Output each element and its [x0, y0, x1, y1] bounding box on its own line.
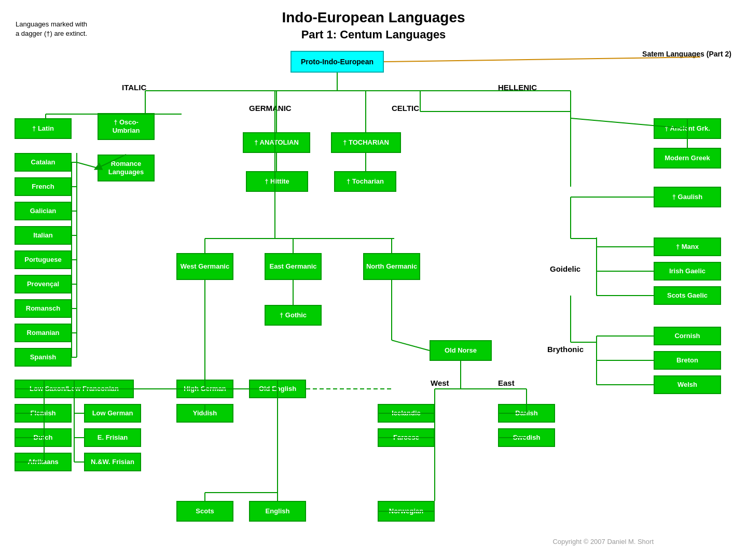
box-hittite: † Hittite [246, 171, 308, 192]
label-germanic: GERMANIC [249, 104, 292, 113]
box-tocharian: † Tocharian [334, 171, 396, 192]
box-osco: † Osco- Umbrian [98, 113, 155, 140]
box-gothic: † Gothic [265, 305, 322, 326]
box-scots-gaelic: Scots Gaelic [654, 286, 721, 305]
box-east-germ: East Germanic [265, 253, 322, 280]
label-west: West [431, 379, 449, 387]
box-romansch: Romansch [15, 299, 72, 318]
box-italian: Italian [15, 226, 72, 245]
label-italic: ITALIC [122, 83, 146, 92]
box-french: French [15, 177, 72, 196]
label-celtic: CELTIC [392, 104, 419, 113]
box-west-germ: West Germanic [176, 253, 233, 280]
label-east: East [498, 379, 515, 387]
box-proto: Proto-Indo-European [290, 51, 384, 73]
box-e-frisian: E. Frisian [84, 428, 141, 447]
box-low-saxon: Low Saxon/Low Franconian [15, 380, 134, 398]
box-cornish: Cornish [654, 327, 721, 345]
diagram-lines [0, 0, 747, 560]
box-latin: † Latin [15, 118, 72, 139]
box-welsh: Welsh [654, 375, 721, 394]
box-provencal: Provençal [15, 275, 72, 293]
box-anatolian: † ANATOLIAN [243, 132, 310, 153]
copyright: Copyright © 2007 Daniel M. Short [552, 538, 654, 545]
box-irish-gaelic: Irish Gaelic [654, 262, 721, 281]
main-title: Indo-European Languages [0, 9, 747, 26]
box-gaulish: † Gaulish [654, 187, 721, 207]
box-breton: Breton [654, 351, 721, 370]
note: Languages marked witha dagger (†) are ex… [16, 20, 87, 38]
svg-line-9 [77, 162, 98, 168]
svg-line-57 [392, 340, 430, 351]
box-high-german: High German [176, 380, 233, 398]
box-yiddish: Yiddish [176, 404, 233, 423]
box-nw-frisian: N.&W. Frisian [84, 453, 141, 471]
box-romance: Romance Languages [98, 155, 155, 181]
box-afrikaans: Afrikaans [15, 453, 72, 471]
box-modern-greek: Modern Greek [654, 148, 721, 169]
box-tocharian-top: † TOCHARIAN [331, 132, 401, 153]
satem-label: Satem Languages (Part 2) [642, 49, 731, 60]
box-old-english: Old English [249, 380, 306, 398]
box-galician: Galician [15, 202, 72, 220]
box-swedish: Swedish [498, 428, 555, 447]
box-catalan: Catalan [15, 153, 72, 172]
box-romanian: Romanian [15, 324, 72, 342]
sub-title: Part 1: Centum Languages [0, 28, 747, 41]
box-ancient-grk: † Ancient Grk. [654, 118, 721, 139]
box-scots: Scots [176, 501, 233, 522]
box-manx: † Manx [654, 237, 721, 256]
box-norwegian: Norwegian [378, 501, 435, 522]
box-dutch: Dutch [15, 428, 72, 447]
box-english: English [249, 501, 306, 522]
box-north-germ: North Germanic [363, 253, 420, 280]
box-faroese: Faroese [378, 428, 435, 447]
box-flemish: Flemish [15, 404, 72, 423]
box-spanish: Spanish [15, 348, 72, 367]
box-danish: Danish [498, 404, 555, 423]
label-brythonic: Brythonic [547, 345, 584, 354]
label-goidelic: Goidelic [550, 264, 580, 273]
box-low-german: Low German [84, 404, 141, 423]
label-hellenic: HELLENIC [498, 83, 537, 92]
box-portuguese: Portuguese [15, 250, 72, 269]
box-old-norse: Old Norse [430, 340, 492, 361]
box-icelandic: Icelandic [378, 404, 435, 423]
